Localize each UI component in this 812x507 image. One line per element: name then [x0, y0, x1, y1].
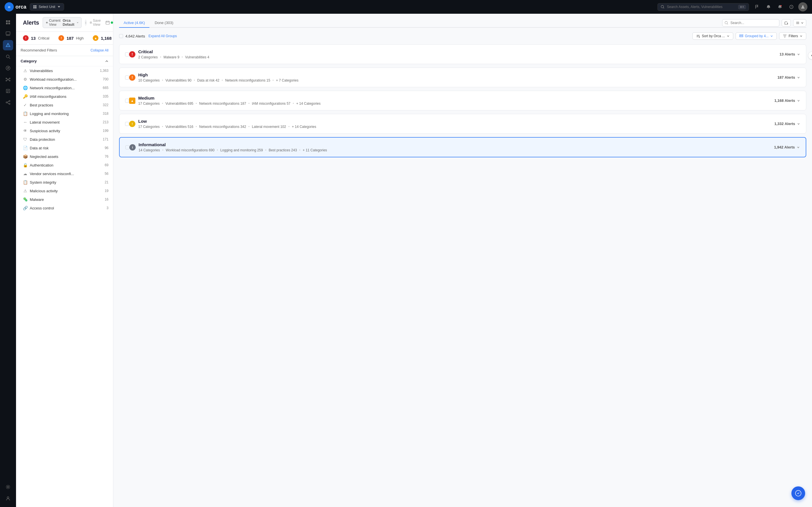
filter-item-workload[interactable]: ⚙ Workload misconfiguration... 700	[16, 75, 113, 83]
sidebar-item-share[interactable]	[3, 97, 13, 108]
low-title-area: Low 17 Categories • Vulnerabilities 516 …	[138, 119, 774, 129]
malware-label: Malware	[30, 198, 44, 202]
expand-all-button[interactable]: Expand All Groups	[149, 34, 177, 38]
severity-medium[interactable]: ▲ 1,168 Medium	[93, 35, 113, 41]
svg-rect-58	[740, 36, 743, 37]
filters-button[interactable]: Filters	[779, 32, 806, 40]
alert-group-critical-header[interactable]: ! Critical 2 Categories • Malware 9 • Vu…	[119, 45, 806, 64]
filter-item-malicious[interactable]: ⚠ Malicious activity 19	[16, 186, 113, 195]
iam-icon: 🔑	[23, 94, 28, 99]
critical-categories: 2 Categories	[138, 55, 158, 59]
critical-count: 13	[31, 36, 36, 41]
alert-group-medium-header[interactable]: ▲ Medium 17 Categories • Vulnerabilities…	[119, 91, 806, 110]
filter-item-access[interactable]: 🔗 Access control 3	[16, 204, 113, 212]
view-selector[interactable]: Current View Orca Default	[43, 17, 82, 28]
tab-active[interactable]: Active (4.6K)	[119, 18, 149, 28]
network-label: Network misconfiguration...	[30, 86, 75, 90]
sidebar-item-people[interactable]	[3, 493, 13, 504]
filter-item-logging[interactable]: 📋 Logging and monitoring 318	[16, 109, 113, 118]
high-tag-vulns: Vulnerabilities 90	[165, 78, 192, 82]
sidebar-item-search[interactable]	[3, 52, 13, 62]
low-group-checkbox[interactable]	[125, 122, 129, 126]
medium-group-checkbox[interactable]	[125, 99, 129, 103]
alert-bell-button[interactable]	[775, 2, 784, 11]
sort-button[interactable]: Sort by Orca ...	[692, 32, 733, 40]
select-all-checkbox[interactable]	[119, 34, 123, 38]
filter-item-data-at-risk[interactable]: 📄 Data at risk 96	[16, 144, 113, 152]
left-sidebar	[0, 14, 16, 507]
category-section-header[interactable]: Category	[16, 56, 113, 66]
filter-item-malware[interactable]: 🦠 Malware 16	[16, 195, 113, 204]
fab-button[interactable]	[792, 487, 805, 500]
critical-chevron-icon	[797, 53, 800, 56]
alert-group-high-header[interactable]: ! High 10 Categories • Vulnerabilities 9…	[119, 68, 806, 87]
filter-icon	[783, 34, 787, 38]
tab-done[interactable]: Done (303)	[150, 18, 178, 28]
info-button[interactable]: i	[85, 20, 86, 25]
grouped-by-button[interactable]: Grouped by 4...	[736, 32, 777, 40]
view-options-button[interactable]	[793, 19, 806, 26]
filter-item-best-practices[interactable]: ✓ Best practices 322	[16, 101, 113, 109]
network-misconfig-icon: 🌐	[23, 86, 28, 90]
page-header: Alerts Current View Orca Default i Save …	[16, 14, 113, 32]
medium-tag-more: + 14 Categories	[296, 102, 321, 106]
user-avatar[interactable]	[798, 2, 807, 11]
vulnerabilities-label: Vulnerabilities	[30, 69, 53, 73]
sidebar-item-settings[interactable]	[3, 482, 13, 492]
filter-item-data-protection[interactable]: 🛡 Data protection 171	[16, 135, 113, 144]
unit-select[interactable]: Select Unit	[30, 3, 64, 11]
sidebar-item-analytics[interactable]	[3, 63, 13, 73]
collapse-all-button[interactable]: Collapse All	[91, 48, 108, 52]
filter-item-lateral[interactable]: ↔ Lateral movement 213	[16, 118, 113, 126]
high-group-checkbox[interactable]	[125, 75, 129, 79]
filter-item-vulnerabilities[interactable]: ⚠ Vulnerabilities 1,363	[16, 66, 113, 75]
alert-group-low-header[interactable]: ! Low 17 Categories • Vulnerabilities 51…	[119, 114, 806, 133]
search-input[interactable]	[667, 5, 736, 9]
filter-item-network[interactable]: 🌐 Network misconfiguration... 665	[16, 83, 113, 92]
logo[interactable]: O orca	[5, 2, 26, 11]
svg-rect-57	[740, 35, 743, 36]
critical-tag-malware: Malware 9	[163, 55, 179, 59]
svg-point-20	[6, 55, 9, 58]
critical-group-right: 13 Alerts	[780, 52, 800, 56]
info-tag-best: Best practices 243	[269, 148, 297, 152]
filter-item-neglected[interactable]: 📦 Neglected assets 76	[16, 152, 113, 161]
critical-group-title: Critical	[138, 49, 780, 54]
vendor-label: Vendor services misconfi...	[30, 172, 74, 176]
svg-point-27	[6, 80, 7, 81]
notification-button[interactable]	[764, 2, 773, 11]
content-search-icon	[724, 21, 728, 25]
vulnerabilities-count: 1,363	[100, 69, 108, 73]
sidebar-item-home[interactable]	[3, 17, 13, 27]
nav-icons: ?	[752, 2, 807, 11]
sidebar-item-tasks[interactable]	[3, 86, 13, 96]
search-bar[interactable]: ⌘K	[657, 3, 749, 11]
info-group-checkbox[interactable]	[125, 145, 129, 149]
sidebar-item-network[interactable]	[3, 74, 13, 85]
topnav: O orca Select Unit ⌘K ?	[0, 0, 812, 14]
critical-icon: !	[23, 35, 29, 41]
filter-item-vendor[interactable]: ☁ Vendor services misconfi... 56	[16, 169, 113, 178]
save-view-button[interactable]: Save View	[90, 18, 102, 26]
medium-chevron-icon	[797, 99, 800, 102]
severity-critical[interactable]: ! 13 Critical	[23, 35, 49, 41]
svg-point-25	[6, 78, 7, 79]
severity-high[interactable]: ! 187 High	[58, 35, 84, 41]
filter-item-system[interactable]: 📋 System integrity 21	[16, 178, 113, 186]
alert-group-info-header[interactable]: i Informational 14 Categories • Workload…	[120, 137, 806, 157]
low-tag-network: Network misconfigurations 342	[199, 125, 246, 129]
high-count: 187	[66, 36, 73, 41]
export-button[interactable]	[782, 19, 791, 26]
filter-item-suspicious[interactable]: 👁 Suspicious activity 199	[16, 126, 113, 135]
help-button[interactable]: ?	[787, 2, 796, 11]
filter-item-iam[interactable]: 🔑 IAM misconfigurations 335	[16, 92, 113, 101]
content-search-input[interactable]	[722, 19, 779, 26]
unit-select-label: Select Unit	[39, 5, 55, 9]
critical-group-checkbox[interactable]	[125, 52, 129, 56]
alert-groups-list: ! Critical 2 Categories • Malware 9 • Vu…	[119, 44, 806, 157]
sidebar-item-alerts[interactable]	[3, 40, 13, 50]
flag-button[interactable]	[752, 2, 762, 11]
content-area: Active (4.6K) Done (303)	[113, 14, 812, 507]
sidebar-item-dashboard[interactable]	[3, 29, 13, 39]
filter-item-auth[interactable]: 🔒 Authentication 69	[16, 161, 113, 169]
